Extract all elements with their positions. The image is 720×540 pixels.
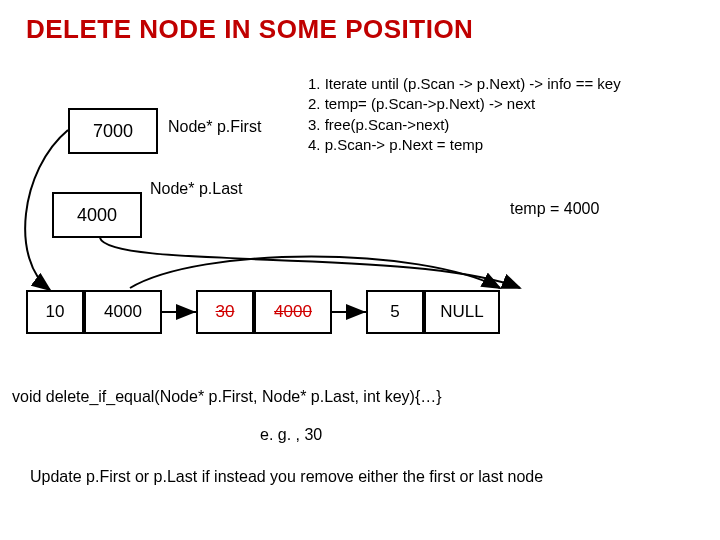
plast-label: Node* p.Last <box>150 180 243 198</box>
link-arrow-1 <box>162 311 196 313</box>
example-text: e. g. , 30 <box>260 426 322 444</box>
pfirst-label: Node* p.First <box>168 118 261 136</box>
node1-pointer: 4000 <box>84 290 162 334</box>
algorithm-steps: 1. Iterate until (p.Scan -> p.Next) -> i… <box>308 74 621 155</box>
step-2: 2. temp= (p.Scan->p.Next) -> next <box>308 94 621 114</box>
node2-pointer-deleted: 4000 <box>254 290 332 334</box>
node3-value: 5 <box>366 290 424 334</box>
node1-value: 10 <box>26 290 84 334</box>
update-note: Update p.First or p.Last if instead you … <box>30 468 543 486</box>
node3-null: NULL <box>424 290 500 334</box>
pointer-box-pfirst: 7000 <box>68 108 158 154</box>
function-signature: void delete_if_equal(Node* p.First, Node… <box>12 388 442 406</box>
link-arrow-2 <box>332 311 366 313</box>
temp-label: temp = 4000 <box>510 200 599 218</box>
slide-title: DELETE NODE IN SOME POSITION <box>0 0 720 45</box>
step-3: 3. free(p.Scan->next) <box>308 115 621 135</box>
pointer-box-plast: 4000 <box>52 192 142 238</box>
linked-list-row: 10 4000 30 4000 5 NULL <box>26 290 500 334</box>
step-1: 1. Iterate until (p.Scan -> p.Next) -> i… <box>308 74 621 94</box>
step-4: 4. p.Scan-> p.Next = temp <box>308 135 621 155</box>
node2-value-deleted: 30 <box>196 290 254 334</box>
